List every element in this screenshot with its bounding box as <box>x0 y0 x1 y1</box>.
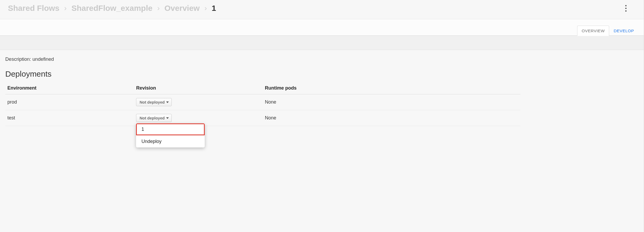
chevron-right-icon: › <box>204 4 207 12</box>
view-tabs: OVERVIEW DEVELOP <box>577 26 638 36</box>
revision-option-undeploy[interactable]: Undeploy <box>136 135 205 147</box>
deployments-table: Environment Revision Runtime pods prod N… <box>5 83 520 126</box>
chevron-right-icon: › <box>157 4 160 12</box>
caret-down-icon <box>166 101 169 103</box>
env-cell: test <box>5 110 134 126</box>
description-line: Description: undefined <box>0 55 644 69</box>
table-row: prod Not deployed None <box>5 94 520 110</box>
revision-dropdown-test[interactable]: Not deployed <box>136 114 172 122</box>
revision-dropdown-prod[interactable]: Not deployed <box>136 98 172 106</box>
chevron-right-icon: › <box>64 4 67 12</box>
tab-develop[interactable]: DEVELOP <box>609 26 638 36</box>
breadcrumb: Shared Flows › SharedFlow_example › Over… <box>8 4 216 13</box>
col-header-revision: Revision <box>134 83 263 94</box>
toolbar-band <box>0 36 644 50</box>
breadcrumb-view[interactable]: Overview <box>165 4 200 13</box>
col-header-runtime: Runtime pods <box>263 83 520 94</box>
revision-dropdown-label: Not deployed <box>139 100 165 104</box>
breadcrumb-root[interactable]: Shared Flows <box>8 4 59 13</box>
table-row: test Not deployed 1 Undeploy <box>5 110 520 126</box>
breadcrumb-revision: 1 <box>212 4 216 13</box>
caret-down-icon <box>166 117 169 119</box>
description-value: undefined <box>32 56 54 62</box>
revision-option-1[interactable]: 1 <box>136 123 205 135</box>
breadcrumb-flow[interactable]: SharedFlow_example <box>71 4 152 13</box>
deployments-heading: Deployments <box>0 69 644 83</box>
description-label: Description: <box>5 56 32 62</box>
env-cell: prod <box>5 94 134 110</box>
runtime-cell: None <box>263 110 520 126</box>
col-header-environment: Environment <box>5 83 134 94</box>
tab-overview[interactable]: OVERVIEW <box>577 26 609 36</box>
revision-dropdown-label: Not deployed <box>139 116 165 120</box>
more-menu-icon[interactable] <box>623 4 629 12</box>
runtime-cell: None <box>263 94 520 110</box>
revision-dropdown-menu: 1 Undeploy <box>136 123 205 147</box>
